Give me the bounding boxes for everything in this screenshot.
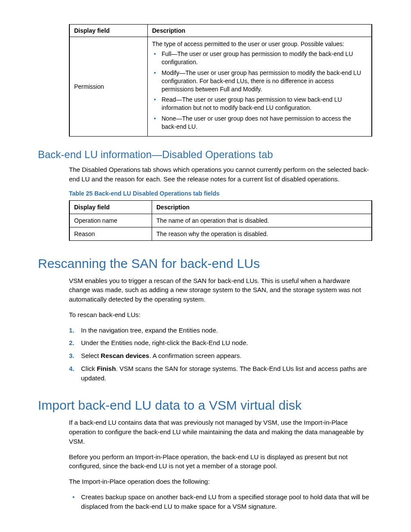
list-item: Read—The user or user group has permissi… <box>162 96 367 112</box>
table-cell-desc: The reason why the operation is disabled… <box>152 227 372 240</box>
list-item: None—The user or user group does not hav… <box>162 115 367 131</box>
permission-values-list: Full—The user or user group has permissi… <box>152 50 367 131</box>
section-heading-disabled-ops: Back-end LU information—Disabled Operati… <box>38 149 372 161</box>
document-page: Display field Description Permission The… <box>0 0 411 532</box>
table-cell-desc: The type of access permitted to the user… <box>148 37 372 137</box>
step-item: In the navigation tree, expand the Entit… <box>81 326 372 335</box>
table-header-field: Display field <box>69 25 148 37</box>
step-text-bold: Rescan devices <box>101 352 149 359</box>
table-header-row: Display field Description <box>69 25 372 37</box>
permission-table-wrap: Display field Description Permission The… <box>38 24 372 137</box>
chapter-para: Before you perform an Import-in-Place op… <box>38 452 372 471</box>
table-header-desc: Description <box>148 25 372 37</box>
table-cell-field: Reason <box>69 227 152 240</box>
table-row: Operation name The name of an operation … <box>69 214 372 227</box>
table-row: Permission The type of access permitted … <box>69 37 372 137</box>
desc-intro: The type of access permitted to the user… <box>152 40 367 47</box>
procedure-steps: In the navigation tree, expand the Entit… <box>38 326 372 383</box>
step-text-bold: Finish <box>97 365 116 372</box>
table-row: Reason The reason why the operation is d… <box>69 227 372 240</box>
table-cell-field: Operation name <box>69 214 152 227</box>
import-actions-list: Creates backup space on another back-end… <box>38 492 372 511</box>
chapter-para: VSM enables you to trigger a rescan of t… <box>38 276 372 304</box>
table-header-desc: Description <box>152 200 372 214</box>
chapter-para: If a back-end LU contains data that was … <box>38 418 372 446</box>
table-header-field: Display field <box>69 200 152 214</box>
step-text-post: . VSM scans the SAN for storage systems.… <box>81 365 367 382</box>
step-text-pre: Click <box>81 365 97 372</box>
disabled-ops-table-wrap: Display field Description Operation name… <box>38 200 372 241</box>
step-item: Select Rescan devices. A confirmation sc… <box>81 351 372 361</box>
table-caption: Table 25 Back-end LU Disabled Operations… <box>69 190 372 197</box>
step-text-post: . A confirmation screen appears. <box>149 352 241 359</box>
chapter-heading-rescanning: Rescanning the SAN for back-end LUs <box>38 256 372 271</box>
list-item: Creates backup space on another back-end… <box>81 492 372 511</box>
step-item: Under the Entities node, right-click the… <box>81 338 372 348</box>
step-item: Click Finish. VSM scans the SAN for stor… <box>81 364 372 383</box>
section-para: The Disabled Operations tab shows which … <box>38 165 372 184</box>
procedure-lead: To rescan back-end LUs: <box>38 310 372 320</box>
step-text-pre: Select <box>81 352 101 359</box>
chapter-heading-import: Import back-end LU data to a VSM virtual… <box>38 398 372 413</box>
list-item: Full—The user or user group has permissi… <box>162 50 367 66</box>
table-header-row: Display field Description <box>69 200 372 214</box>
table-cell-field: Permission <box>69 37 148 137</box>
disabled-ops-table: Display field Description Operation name… <box>69 200 372 241</box>
chapter-para: The Import-in-Place operation does the f… <box>38 477 372 486</box>
list-item: Modify—The user or user group has permis… <box>162 69 367 93</box>
table-cell-desc: The name of an operation that is disable… <box>152 214 372 227</box>
permission-table: Display field Description Permission The… <box>69 24 372 137</box>
